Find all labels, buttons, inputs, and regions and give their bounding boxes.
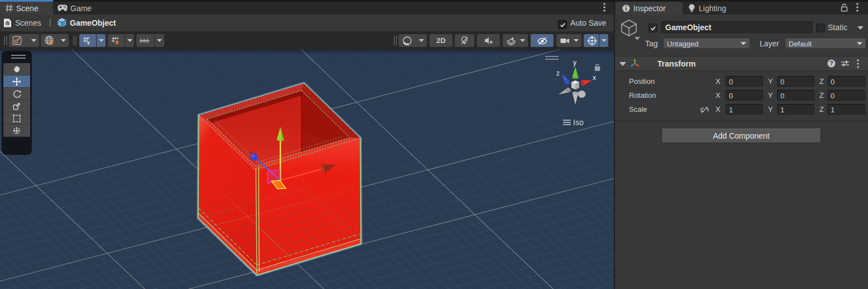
svg-text:?: ? — [829, 60, 833, 67]
svg-text:Iso: Iso — [573, 118, 584, 127]
svg-text:z: z — [556, 69, 560, 77]
svg-text:y: y — [573, 59, 576, 67]
svg-text:x: x — [593, 74, 596, 82]
svg-text:Y: Y — [87, 40, 90, 46]
